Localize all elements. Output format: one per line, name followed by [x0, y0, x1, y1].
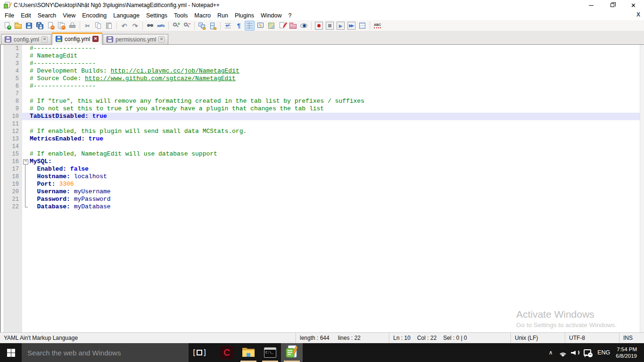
- monitoring-button[interactable]: [299, 21, 309, 31]
- code-line-16[interactable]: MySQL:: [22, 158, 640, 165]
- new-file-button[interactable]: +: [2, 21, 12, 31]
- wifi-icon[interactable]: [557, 343, 569, 362]
- save-all-button[interactable]: [35, 21, 45, 31]
- undo-button[interactable]: ↶: [119, 21, 129, 31]
- code-line-4[interactable]: # Development Builds: http://ci.playmc.c…: [22, 67, 640, 75]
- minimize-button[interactable]: [580, 0, 602, 10]
- task-view-button[interactable]: []: [189, 343, 210, 362]
- menu-tools[interactable]: Tools: [171, 11, 191, 20]
- tab-close-icon[interactable]: ✕: [92, 36, 99, 42]
- macro-record-button[interactable]: [314, 21, 324, 31]
- menu-file[interactable]: File: [1, 11, 17, 20]
- zoom-out-button[interactable]: −: [182, 21, 192, 31]
- chevron-up-icon[interactable]: ∧: [545, 343, 557, 362]
- taskbar-app-notepad-plus-plus[interactable]: [281, 343, 303, 362]
- system-tray: ∧ − ENG 7:54 PM 6/8/2019: [545, 343, 644, 362]
- code-line-6[interactable]: #-----------------: [22, 82, 640, 90]
- menu-search[interactable]: Search: [34, 11, 60, 20]
- close-file-button[interactable]: −: [46, 21, 56, 31]
- tab-close-icon[interactable]: ✕: [158, 36, 165, 42]
- menu-edit[interactable]: Edit: [17, 11, 34, 20]
- replace-button[interactable]: a⇄b: [156, 21, 166, 31]
- taskbar-app-file-explorer[interactable]: [238, 343, 259, 362]
- show-all-characters-button[interactable]: ¶: [234, 21, 244, 31]
- folder-as-workspace-button[interactable]: [288, 21, 298, 31]
- menu-plugins[interactable]: Plugins: [231, 11, 257, 20]
- code-line-17[interactable]: Enabled: false: [22, 165, 640, 173]
- code-line-22[interactable]: Database: myDatabase: [22, 203, 640, 211]
- code-line-15[interactable]: # If enabled, NametagEdit will use datab…: [22, 150, 640, 158]
- code-line-18[interactable]: Hostname: localhost: [22, 173, 640, 181]
- menu-macro[interactable]: Macro: [191, 11, 214, 20]
- document-map-button[interactable]: [266, 21, 276, 31]
- fold-collapse-icon[interactable]: [22, 158, 29, 165]
- taskbar-search-box[interactable]: [22, 343, 189, 362]
- code-line-9[interactable]: # Do not set this to true if you already…: [22, 105, 640, 113]
- code-line-13[interactable]: MetricsEnabled: true: [22, 135, 640, 143]
- vertical-scrollbar[interactable]: [640, 45, 644, 332]
- action-center-icon[interactable]: −: [581, 343, 594, 362]
- sync-horizontal-scroll-button[interactable]: [208, 21, 218, 31]
- find-button[interactable]: [145, 21, 155, 31]
- code-line-8[interactable]: # If "true", this will remove any format…: [22, 98, 640, 105]
- menu-view[interactable]: View: [59, 11, 79, 20]
- volume-icon[interactable]: [569, 343, 581, 362]
- code-line-5[interactable]: # Source Code: http://www.github.com/sgt…: [22, 75, 640, 82]
- code-line-1[interactable]: #-----------------: [22, 45, 640, 52]
- code-line-10-current[interactable]: TabListDisabled: true: [22, 113, 640, 120]
- taskbar-app-command-prompt[interactable]: C:\_: [259, 343, 281, 362]
- menu-settings[interactable]: Settings: [143, 11, 171, 20]
- taskbar-app-garena[interactable]: [216, 343, 238, 362]
- tab-permissions-yml-3[interactable]: permissions.yml✕: [103, 34, 168, 44]
- redo-button[interactable]: ↷: [130, 21, 140, 31]
- cut-button[interactable]: ✂: [83, 21, 92, 31]
- macro-run-multiple-button[interactable]: ▶▶: [347, 21, 356, 31]
- function-list-button[interactable]: [277, 21, 287, 31]
- editor-text-area[interactable]: #-----------------# NametagEdit#--------…: [22, 45, 640, 332]
- view-in-browser-button[interactable]: ϟ: [256, 21, 265, 31]
- close-window-button[interactable]: ✕: [623, 0, 644, 10]
- macro-stop-button[interactable]: [325, 21, 335, 31]
- word-wrap-button[interactable]: ↵: [223, 21, 233, 31]
- printer-icon: [68, 22, 76, 30]
- zoom-in-button[interactable]: +: [171, 21, 181, 31]
- search-input[interactable]: [22, 349, 189, 357]
- code-line-11[interactable]: [22, 120, 640, 128]
- code-line-21[interactable]: Password: myPassword: [22, 196, 640, 203]
- menu-run[interactable]: Run: [214, 11, 231, 20]
- indent-guide-button[interactable]: [245, 21, 255, 31]
- print-button[interactable]: [67, 21, 77, 31]
- tab-config-yml-2[interactable]: config.yml✕: [52, 33, 102, 45]
- code-line-7[interactable]: [22, 90, 640, 98]
- editor-area[interactable]: 12345678910111213141516171819202122 #---…: [0, 45, 644, 332]
- language-indicator[interactable]: ENG: [594, 349, 614, 356]
- close-document-x-button[interactable]: X: [636, 11, 640, 18]
- tab-close-icon[interactable]: ✕: [41, 36, 48, 42]
- macro-play-button[interactable]: ▶: [336, 21, 346, 31]
- clock[interactable]: 7:54 PM 6/8/2019: [614, 346, 642, 359]
- menu-help[interactable]: ?: [285, 11, 295, 20]
- toolbar-separator: [370, 22, 370, 30]
- code-line-12[interactable]: # If enabled, this plugin will send smal…: [22, 128, 640, 135]
- tab-config-yml-1[interactable]: config.yml✕: [1, 34, 51, 44]
- paste-button[interactable]: [104, 21, 114, 31]
- code-line-14[interactable]: [22, 143, 640, 150]
- line-number: 3: [3, 60, 19, 67]
- menu-language[interactable]: Language: [110, 11, 143, 20]
- restore-down-button[interactable]: [602, 0, 623, 10]
- code-line-19[interactable]: Port: 3306: [22, 181, 640, 188]
- menu-window[interactable]: Window: [257, 11, 285, 20]
- close-all-button[interactable]: −: [57, 21, 66, 31]
- menu-encoding[interactable]: Encoding: [79, 11, 110, 20]
- copy-button[interactable]: [93, 21, 103, 31]
- spell-check-button[interactable]: ABC: [372, 21, 382, 31]
- line-number: 18: [3, 173, 19, 181]
- save-button[interactable]: [24, 21, 34, 31]
- code-line-3[interactable]: #-----------------: [22, 60, 640, 67]
- macro-save-button[interactable]: [357, 21, 367, 31]
- code-line-2[interactable]: # NametagEdit: [22, 52, 640, 60]
- open-file-button[interactable]: [13, 21, 23, 31]
- sync-vertical-scroll-button[interactable]: [197, 21, 207, 31]
- start-button[interactable]: [0, 343, 22, 362]
- code-line-20[interactable]: Username: myUsername: [22, 188, 640, 196]
